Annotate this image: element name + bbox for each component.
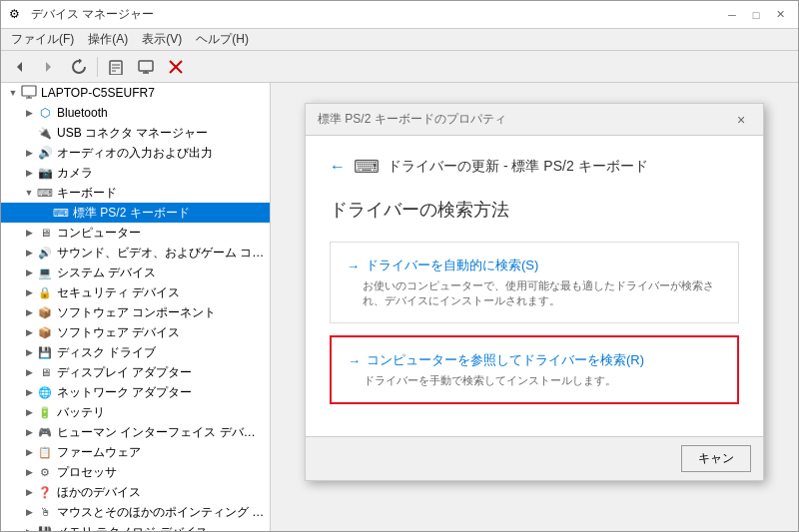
tree-battery[interactable]: ▶ 🔋 バッテリ xyxy=(1,402,270,422)
back-arrow-icon[interactable]: ← xyxy=(330,158,346,176)
toolbar-back[interactable] xyxy=(5,54,33,80)
processor-icon: ⚙ xyxy=(37,464,53,480)
expand-root: ▼ xyxy=(5,85,21,101)
disk-label: ディスク ドライブ xyxy=(57,344,156,361)
menu-help[interactable]: ヘルプ(H) xyxy=(190,29,255,50)
auto-search-label: ドライバーを自動的に検索(S) xyxy=(366,257,538,274)
cancel-button[interactable]: キャン xyxy=(681,445,751,472)
tree-computer[interactable]: ▶ 🖥 コンピューター xyxy=(1,223,270,243)
display-icon: 🖥 xyxy=(37,364,53,380)
usb-icon: 🔌 xyxy=(37,125,53,141)
expand-hid: ▶ xyxy=(21,424,37,440)
keyboard-icon: ⌨ xyxy=(37,185,53,201)
expand-display: ▶ xyxy=(21,364,37,380)
dialog-section-title: ドライバーの検索方法 xyxy=(330,198,739,222)
mouse-icon: 🖱 xyxy=(37,504,53,520)
tree-keyboard[interactable]: ▼ ⌨ キーボード xyxy=(1,183,270,203)
usb-label: USB コネクタ マネージャー xyxy=(57,125,208,142)
window-title: デバイス マネージャー xyxy=(31,6,154,23)
expand-firmware: ▶ xyxy=(21,444,37,460)
dialog-title: 標準 PS/2 キーボードのプロパティ xyxy=(318,111,506,128)
close-button[interactable]: ✕ xyxy=(770,5,790,25)
expand-ps2 xyxy=(37,205,53,221)
menu-action[interactable]: 操作(A) xyxy=(82,29,134,50)
expand-keyboard: ▼ xyxy=(21,185,37,201)
toolbar xyxy=(1,51,798,83)
hid-icon: 🎮 xyxy=(37,424,53,440)
tree-bluetooth[interactable]: ▶ ⬡ Bluetooth xyxy=(1,103,270,123)
tree-display[interactable]: ▶ 🖥 ディスプレイ アダプター xyxy=(1,362,270,382)
main-window: ⚙ デバイス マネージャー ─ □ ✕ ファイル(F) 操作(A) 表示(V) … xyxy=(0,0,799,532)
maximize-button[interactable]: □ xyxy=(746,5,766,25)
memory-icon: 💾 xyxy=(37,524,53,531)
property-dialog: 標準 PS/2 キーボードのプロパティ × ← ⌨ ドライバーの更新 - 標準 … xyxy=(305,103,764,481)
tree-root[interactable]: ▼ LAPTOP-C5SEUFR7 xyxy=(1,83,270,103)
auto-search-main: → ドライバーを自動的に検索(S) xyxy=(347,257,722,274)
minimize-button[interactable]: ─ xyxy=(722,5,742,25)
computer-icon xyxy=(21,85,37,101)
tree-mouse[interactable]: ▶ 🖱 マウスとそのほかのポインティング デバイス xyxy=(1,502,270,522)
sw-component-icon: 📦 xyxy=(37,304,53,320)
keyboard-label: キーボード xyxy=(57,185,117,202)
toolbar-delete[interactable] xyxy=(162,54,190,80)
expand-sw-device: ▶ xyxy=(21,324,37,340)
firmware-label: ファームウェア xyxy=(57,444,141,461)
expand-sw-component: ▶ xyxy=(21,304,37,320)
dialog-close-button[interactable]: × xyxy=(731,110,751,130)
system-label: システム デバイス xyxy=(57,265,156,281)
root-label: LAPTOP-C5SEUFR7 xyxy=(41,86,155,100)
tree-camera[interactable]: ▶ 📷 カメラ xyxy=(1,163,270,183)
sw-component-label: ソフトウェア コンポーネント xyxy=(57,304,216,321)
toolbar-computer[interactable] xyxy=(132,54,160,80)
title-bar-left: ⚙ デバイス マネージャー xyxy=(9,6,154,23)
mouse-label: マウスとそのほかのポインティング デバイス xyxy=(57,504,266,521)
tree-sound[interactable]: ▶ 🔊 サウンド、ビデオ、およびゲーム コントローラー xyxy=(1,243,270,263)
disk-icon: 💾 xyxy=(37,344,53,360)
bluetooth-label: Bluetooth xyxy=(57,106,108,120)
tree-audio[interactable]: ▶ 🔊 オーディオの入力および出力 xyxy=(1,143,270,163)
dialog-page-title: ドライバーの更新 - 標準 PS/2 キーボード xyxy=(388,158,648,176)
manual-search-option[interactable]: → コンピューターを参照してドライバーを検索(R) ドライバーを手動で検索してイ… xyxy=(330,335,739,404)
network-icon: 🌐 xyxy=(37,384,53,400)
title-bar: ⚙ デバイス マネージャー ─ □ ✕ xyxy=(1,1,798,29)
other-label: ほかのデバイス xyxy=(57,484,141,501)
toolbar-refresh[interactable] xyxy=(65,54,93,80)
security-icon: 🔒 xyxy=(37,284,53,300)
expand-sound: ▶ xyxy=(21,245,37,261)
tree-sw-component[interactable]: ▶ 📦 ソフトウェア コンポーネント xyxy=(1,302,270,322)
toolbar-forward[interactable] xyxy=(35,54,63,80)
menu-view[interactable]: 表示(V) xyxy=(136,29,188,50)
sound-label: サウンド、ビデオ、およびゲーム コントローラー xyxy=(57,245,266,262)
other-icon: ❓ xyxy=(37,484,53,500)
auto-search-sub: お使いのコンピューターで、使用可能な最も適したドライバーが検索され、デバイスにイ… xyxy=(347,278,722,308)
security-label: セキュリティ デバイス xyxy=(57,284,180,301)
tree-firmware[interactable]: ▶ 📋 ファームウェア xyxy=(1,442,270,462)
sw-device-icon: 📦 xyxy=(37,324,53,340)
expand-disk: ▶ xyxy=(21,344,37,360)
dialog-title-bar: 標準 PS/2 キーボードのプロパティ × xyxy=(306,104,763,136)
auto-search-option[interactable]: → ドライバーを自動的に検索(S) お使いのコンピューターで、使用可能な最も適し… xyxy=(330,242,739,323)
memory-label: メモリ テクノロジ デバイス xyxy=(57,524,208,532)
dialog-footer: キャン xyxy=(306,436,763,480)
tree-system[interactable]: ▶ 💻 システム デバイス xyxy=(1,263,270,282)
tree-network[interactable]: ▶ 🌐 ネットワーク アダプター xyxy=(1,382,270,402)
expand-battery: ▶ xyxy=(21,404,37,420)
tree-usb-manager[interactable]: 🔌 USB コネクタ マネージャー xyxy=(1,123,270,143)
tree-disk[interactable]: ▶ 💾 ディスク ドライブ xyxy=(1,342,270,362)
toolbar-properties[interactable] xyxy=(102,54,130,80)
dialog-page-icon: ⌨ xyxy=(354,156,380,178)
tree-memory[interactable]: ▶ 💾 メモリ テクノロジ デバイス xyxy=(1,522,270,531)
tree-sw-device[interactable]: ▶ 📦 ソフトウェア デバイス xyxy=(1,322,270,342)
svg-rect-4 xyxy=(139,61,153,71)
tree-other[interactable]: ▶ ❓ ほかのデバイス xyxy=(1,482,270,502)
menu-file[interactable]: ファイル(F) xyxy=(5,29,80,50)
sound-icon: 🔊 xyxy=(37,245,53,261)
ps2-icon: ⌨ xyxy=(53,205,69,221)
tree-hid[interactable]: ▶ 🎮 ヒューマン インターフェイス デバイス xyxy=(1,422,270,442)
tree-security[interactable]: ▶ 🔒 セキュリティ デバイス xyxy=(1,282,270,302)
tree-ps2-keyboard[interactable]: ⌨ 標準 PS/2 キーボード xyxy=(1,203,270,223)
tree-processor[interactable]: ▶ ⚙ プロセッサ xyxy=(1,462,270,482)
expand-network: ▶ xyxy=(21,384,37,400)
dialog-nav: ← ⌨ ドライバーの更新 - 標準 PS/2 キーボード xyxy=(330,156,739,178)
processor-label: プロセッサ xyxy=(57,464,117,481)
